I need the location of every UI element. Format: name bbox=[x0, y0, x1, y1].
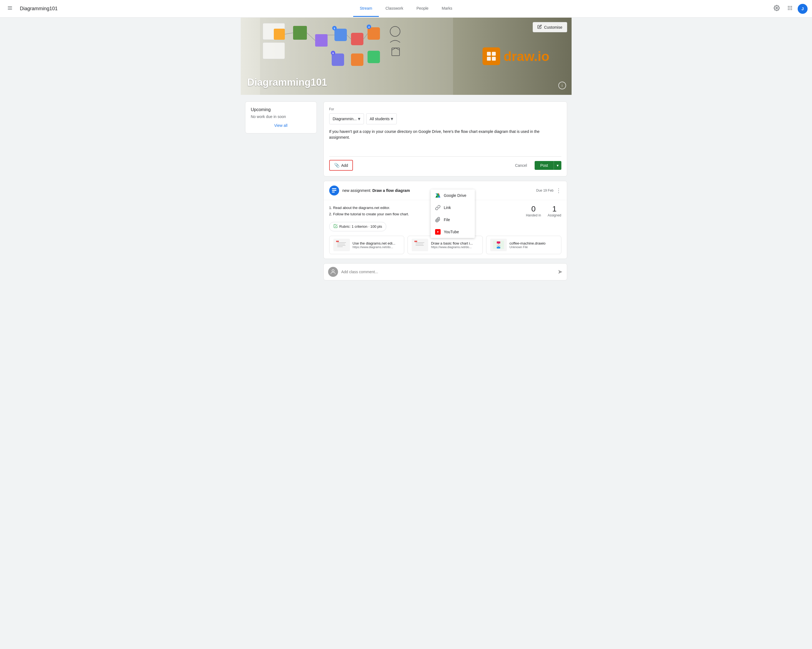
customise-label: Customise bbox=[544, 25, 562, 29]
assignment-icon bbox=[329, 186, 339, 195]
hamburger-menu[interactable] bbox=[5, 3, 15, 14]
nav-tabs: Stream Classwork People Marks bbox=[205, 0, 607, 17]
svg-rect-17 bbox=[293, 26, 307, 40]
comment-input[interactable] bbox=[341, 270, 554, 274]
svg-line-26 bbox=[307, 33, 315, 41]
svg-rect-48 bbox=[332, 188, 336, 189]
top-nav: Diagramming101 Stream Classwork People M… bbox=[0, 0, 812, 18]
svg-rect-16 bbox=[274, 29, 285, 40]
svg-rect-60 bbox=[415, 245, 424, 246]
class-select-text: Diagrammin... bbox=[333, 117, 357, 121]
attachment-info-2: coffee-machine.drawio Unknown File bbox=[510, 241, 557, 249]
svg-text:5: 5 bbox=[334, 27, 335, 30]
svg-point-12 bbox=[791, 9, 792, 10]
attachment-thumb-0 bbox=[333, 239, 350, 251]
tab-people[interactable]: People bbox=[410, 0, 435, 17]
attachment-1[interactable]: Draw a basic flow chart i... https://www… bbox=[408, 236, 483, 254]
svg-point-30 bbox=[390, 26, 400, 37]
user-avatar[interactable]: J bbox=[798, 4, 807, 14]
composer-textarea[interactable]: If you haven't got a copy in your course… bbox=[329, 129, 562, 152]
assignment-more-button[interactable]: ⋮ bbox=[556, 187, 562, 194]
add-dropdown-menu: Google Drive Link bbox=[431, 189, 475, 238]
assignment-prefix: new assignment: bbox=[342, 188, 372, 193]
info-button[interactable]: i bbox=[558, 82, 566, 89]
svg-rect-23 bbox=[351, 53, 363, 66]
assignment-name: Draw a flow diagram bbox=[372, 188, 410, 193]
drawio-text: draw.io bbox=[504, 49, 549, 64]
nav-left: Diagramming101 bbox=[5, 3, 205, 14]
composer-selects: Diagrammin... ▾ All students ▾ bbox=[329, 113, 562, 124]
apps-button[interactable] bbox=[785, 3, 795, 14]
settings-icon bbox=[774, 5, 780, 12]
svg-rect-58 bbox=[415, 242, 424, 243]
add-button[interactable]: 📎 Add bbox=[329, 160, 353, 171]
tab-marks[interactable]: Marks bbox=[435, 0, 459, 17]
settings-button[interactable] bbox=[771, 3, 782, 14]
hamburger-icon bbox=[7, 5, 13, 12]
svg-text:6: 6 bbox=[332, 52, 334, 55]
google-drive-icon bbox=[435, 193, 441, 198]
tab-stream[interactable]: Stream bbox=[353, 0, 379, 17]
composer-card: For Diagrammin... ▾ All students ▾ If yo… bbox=[324, 101, 567, 176]
attachment-name-1: Draw a basic flow chart i... bbox=[431, 241, 479, 245]
svg-rect-14 bbox=[263, 23, 285, 40]
view-all-link[interactable]: View all bbox=[251, 123, 311, 128]
tab-classwork[interactable]: Classwork bbox=[379, 0, 410, 17]
rubric-badge[interactable]: Rubric: 1 criterion · 100 pts bbox=[329, 222, 386, 231]
svg-point-38 bbox=[367, 24, 371, 29]
drawio-logo-icon bbox=[482, 47, 500, 65]
composer-actions: 📎 Add Cancel Post ▾ bbox=[329, 160, 562, 171]
cancel-button[interactable]: Cancel bbox=[510, 161, 533, 170]
attachment-thumb-2 bbox=[490, 239, 507, 251]
attachment-url-0: https://www.diagrams.net/do... bbox=[353, 245, 400, 249]
assigned-stat: 1 Assigned bbox=[548, 205, 561, 217]
svg-rect-59 bbox=[415, 244, 423, 244]
composer-divider bbox=[329, 156, 562, 157]
svg-rect-43 bbox=[487, 57, 491, 61]
hero-banner: 5 6 4 draw.io bbox=[241, 18, 572, 95]
upcoming-card: Upcoming No work due in soon View all bbox=[245, 101, 317, 133]
class-select[interactable]: Diagrammin... ▾ bbox=[329, 113, 364, 124]
svg-point-4 bbox=[788, 6, 789, 7]
dropdown-item-google-drive[interactable]: Google Drive bbox=[431, 189, 475, 202]
main-content: Upcoming No work due in soon View all Fo… bbox=[241, 95, 572, 287]
dropdown-item-file[interactable]: File bbox=[431, 214, 475, 226]
youtube-icon bbox=[435, 229, 441, 235]
post-button[interactable]: Post bbox=[535, 161, 553, 170]
commenter-avatar bbox=[328, 267, 338, 277]
customise-button[interactable]: Customise bbox=[533, 22, 567, 32]
svg-rect-21 bbox=[368, 27, 380, 40]
svg-point-5 bbox=[789, 6, 790, 7]
assigned-number: 1 bbox=[548, 205, 561, 214]
dropdown-item-link[interactable]: Link bbox=[431, 202, 475, 214]
dropdown-label-link: Link bbox=[444, 205, 451, 210]
svg-rect-49 bbox=[332, 190, 336, 191]
upcoming-empty-text: No work due in soon bbox=[251, 115, 311, 119]
step-2: 2. Follow the tutorial to create your ow… bbox=[329, 211, 522, 217]
handed-in-number: 0 bbox=[526, 205, 541, 214]
app-title: Diagramming101 bbox=[20, 6, 58, 12]
hero-title: Diagramming101 bbox=[247, 76, 327, 88]
svg-rect-42 bbox=[492, 52, 496, 56]
attachment-2[interactable]: coffee-machine.drawio Unknown File bbox=[486, 236, 562, 254]
dropdown-item-youtube[interactable]: YouTube bbox=[431, 226, 475, 238]
svg-line-28 bbox=[347, 35, 351, 39]
svg-rect-19 bbox=[334, 29, 347, 41]
students-select[interactable]: All students ▾ bbox=[366, 113, 397, 124]
svg-point-3 bbox=[776, 7, 777, 9]
handed-in-label: Handed in bbox=[526, 214, 541, 217]
svg-point-8 bbox=[789, 8, 790, 8]
attachment-name-0: Use the diagrams.net edi... bbox=[353, 241, 400, 245]
attachment-0[interactable]: Use the diagrams.net edi... https://www.… bbox=[329, 236, 404, 254]
upcoming-title: Upcoming bbox=[251, 107, 311, 112]
nav-right: J bbox=[607, 3, 807, 14]
students-select-text: All students bbox=[370, 117, 389, 121]
svg-line-25 bbox=[285, 33, 293, 34]
send-button[interactable]: ➤ bbox=[557, 268, 562, 275]
post-dropdown-button[interactable]: ▾ bbox=[554, 161, 562, 170]
svg-rect-31 bbox=[392, 48, 400, 56]
svg-rect-56 bbox=[336, 241, 339, 242]
handed-in-stat: 0 Handed in bbox=[526, 205, 541, 217]
post-button-group: Post ▾ bbox=[535, 161, 561, 170]
svg-line-29 bbox=[363, 34, 368, 39]
